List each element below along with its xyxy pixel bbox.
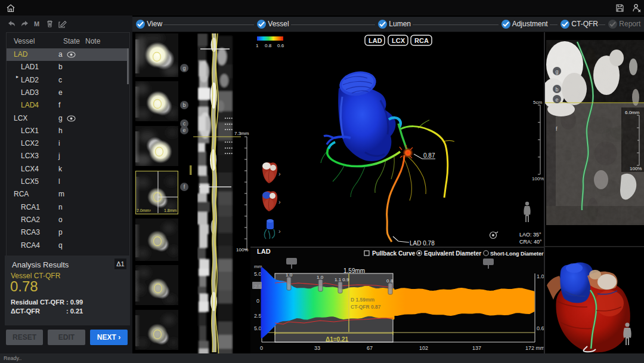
- svg-text:5.0: 5.0: [254, 325, 262, 331]
- svg-text:1.8mm: 1.8mm: [164, 208, 177, 213]
- svg-text:100%: 100%: [236, 247, 248, 253]
- svg-text:CRA: 40°: CRA: 40°: [519, 239, 542, 245]
- svg-text:RCA: RCA: [414, 37, 429, 44]
- svg-text:1.0: 1.0: [317, 275, 324, 280]
- svg-text:0.87: 0.87: [423, 152, 435, 159]
- svg-text:Δ1=0.21: Δ1=0.21: [326, 336, 348, 343]
- svg-text:M: M: [34, 20, 39, 27]
- svg-text:100%: 100%: [532, 176, 544, 182]
- svg-text:0.8: 0.8: [386, 278, 394, 284]
- svg-text:›: ›: [278, 227, 281, 235]
- svg-text:Pullback Curve: Pullback Curve: [372, 250, 416, 257]
- svg-text:b: b: [556, 87, 559, 93]
- svg-text:6.0mm: 6.0mm: [625, 110, 640, 115]
- svg-text:g: g: [556, 69, 559, 75]
- svg-text:e: e: [556, 97, 559, 103]
- svg-text:CT-QFR 0.87: CT-QFR 0.87: [351, 304, 381, 310]
- svg-text:1.0: 1.0: [537, 273, 544, 279]
- svg-text:Equivalent Diameter: Equivalent Diameter: [424, 250, 481, 257]
- svg-text:LAD: LAD: [257, 248, 271, 255]
- svg-text:1.1 0.9: 1.1 0.9: [335, 277, 349, 282]
- svg-text:›: ›: [278, 170, 281, 177]
- svg-text:1: 1: [256, 43, 259, 48]
- svg-text:33: 33: [314, 345, 320, 351]
- svg-text:1.59mm: 1.59mm: [343, 267, 365, 274]
- svg-text:1.0: 1.0: [286, 272, 293, 278]
- svg-text:2.5: 2.5: [254, 313, 262, 319]
- svg-text:LAD: LAD: [369, 37, 382, 44]
- svg-text:5cm: 5cm: [533, 100, 542, 105]
- svg-text:172 mm: 172 mm: [525, 345, 544, 351]
- svg-text:LAD 0.78: LAD 0.78: [410, 240, 435, 247]
- svg-text:0.8: 0.8: [265, 43, 272, 48]
- svg-text:D 1.59mm: D 1.59mm: [351, 297, 375, 303]
- svg-text:137: 137: [472, 345, 481, 351]
- svg-text:0.6: 0.6: [277, 43, 284, 48]
- svg-text:5.0: 5.0: [254, 271, 262, 277]
- svg-text:0: 0: [256, 298, 259, 304]
- svg-text:67: 67: [367, 345, 373, 351]
- svg-text:0: 0: [260, 345, 263, 351]
- svg-text:100%: 100%: [630, 166, 642, 171]
- svg-text:LCX: LCX: [392, 37, 405, 44]
- svg-text:LAO: 35°: LAO: 35°: [519, 232, 541, 238]
- svg-text:7.3mm: 7.3mm: [234, 131, 249, 136]
- svg-text:0.6: 0.6: [537, 325, 544, 331]
- svg-text:›: ›: [278, 198, 281, 205]
- svg-text:2.0mm²: 2.0mm²: [137, 208, 151, 213]
- svg-text:102: 102: [419, 345, 428, 351]
- svg-text:Short-Long Diameter: Short-Long Diameter: [490, 251, 544, 257]
